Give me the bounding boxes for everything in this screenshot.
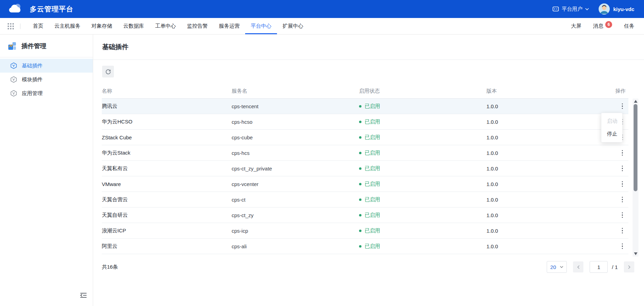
platform-user-menu[interactable]: 平台用户	[553, 6, 589, 12]
nav-tab-6[interactable]: 服务运营	[213, 18, 245, 34]
main-nav: 首页云主机服务对象存储云数据库工单中心监控告警服务运营平台中心扩展中心 大屏 消…	[0, 18, 644, 35]
status-label: 已启用	[365, 165, 380, 172]
cell-actions	[613, 179, 628, 189]
nav-messages-label: 消息	[593, 23, 603, 29]
chevron-down-icon	[585, 8, 589, 10]
nav-tab-2[interactable]: 对象存储	[86, 18, 118, 34]
table-header-row: 名称服务名启用状态版本操作	[102, 84, 628, 99]
cell-service: cps-ct_zy_private	[232, 166, 359, 171]
pagination: 20 / 1	[547, 261, 634, 273]
nav-divider	[20, 24, 20, 29]
cell-version: 1.0.0	[486, 197, 613, 203]
nav-tab-7[interactable]: 平台中心	[245, 18, 277, 34]
nav-tab-5[interactable]: 监控告警	[181, 18, 213, 34]
app-grid-icon[interactable]	[8, 23, 14, 29]
cell-service: cps-vcenter	[232, 181, 359, 187]
page-number-input[interactable]	[590, 261, 608, 273]
row-menu-item-1[interactable]: 停止	[601, 128, 622, 140]
scroll-thumb[interactable]	[634, 104, 637, 191]
column-header-1: 服务名	[232, 88, 359, 94]
table-row-9: 阿里云cps-ali已启用1.0.0	[102, 239, 628, 254]
table-scrollbar[interactable]	[633, 99, 638, 257]
status-label: 已启用	[365, 103, 380, 110]
hexagon-cube-icon	[10, 76, 17, 83]
nav-tasks[interactable]: 任务	[624, 23, 634, 29]
hexagon-cube-icon	[10, 90, 17, 97]
cell-status: 已启用	[359, 150, 486, 156]
row-actions-kebab-icon[interactable]	[619, 179, 626, 189]
content-layout: 插件管理 基础插件模块插件应用管理 基础插件	[0, 35, 644, 306]
sidebar-item-2[interactable]: 应用管理	[0, 86, 93, 100]
user-role-label: 平台用户	[562, 6, 582, 12]
status-label: 已启用	[365, 212, 380, 219]
cell-status: 已启用	[359, 103, 486, 110]
row-actions-kebab-icon[interactable]	[619, 210, 626, 220]
row-actions-kebab-icon[interactable]	[619, 101, 626, 111]
row-actions-kebab-icon[interactable]	[619, 148, 626, 158]
cell-status: 已启用	[359, 134, 486, 141]
status-dot-icon	[359, 167, 361, 170]
cell-version: 1.0.0	[486, 135, 613, 140]
refresh-button[interactable]	[102, 66, 114, 77]
status-dot-icon	[359, 136, 361, 139]
status-dot-icon	[359, 245, 361, 248]
table-row-8: 浪潮云ICPcps-icp已启用1.0.0	[102, 223, 628, 239]
next-page-button[interactable]	[624, 261, 634, 272]
sidebar-item-label: 模块插件	[22, 76, 43, 83]
avatar	[599, 3, 610, 15]
cell-version: 1.0.0	[486, 150, 613, 156]
cell-actions	[613, 195, 628, 205]
row-actions-kebab-icon[interactable]	[619, 164, 626, 174]
status-dot-icon	[359, 121, 361, 123]
username: kiyu-vdc	[613, 6, 634, 12]
table-row-4: 天翼私有云cps-ct_zy_private已启用1.0.0	[102, 161, 628, 176]
cell-status: 已启用	[359, 212, 486, 219]
scroll-up-arrow-icon[interactable]	[634, 100, 637, 103]
status-dot-icon	[359, 230, 361, 232]
cell-name: 天翼合营云	[102, 196, 232, 203]
cell-version: 1.0.0	[486, 243, 613, 249]
chevron-right-icon	[628, 265, 630, 269]
cell-version: 1.0.0	[486, 166, 613, 171]
status-dot-icon	[359, 183, 361, 185]
cell-name: 腾讯云	[102, 103, 232, 110]
row-menu-item-0[interactable]: 启动	[601, 115, 622, 128]
cell-status: 已启用	[359, 243, 486, 250]
cell-version: 1.0.0	[486, 181, 613, 187]
cell-version: 1.0.0	[486, 103, 613, 109]
cell-service: cps-ali	[232, 243, 359, 249]
page-size-select[interactable]: 20	[547, 261, 567, 273]
nav-tab-4[interactable]: 工单中心	[150, 18, 181, 34]
nav-tab-3[interactable]: 云数据库	[118, 18, 150, 34]
nav-messages[interactable]: 消息 6	[593, 23, 612, 30]
nav-tasks-label: 任务	[624, 23, 634, 29]
row-actions-menu: 启动停止	[601, 113, 623, 142]
status-label: 已启用	[365, 181, 380, 187]
row-actions-kebab-icon[interactable]	[619, 226, 626, 236]
nav-tab-0[interactable]: 首页	[27, 18, 49, 34]
row-actions-kebab-icon[interactable]	[619, 195, 626, 205]
sidebar-collapse-icon[interactable]	[80, 292, 87, 298]
prev-page-button[interactable]	[573, 261, 583, 272]
nav-bigscreen[interactable]: 大屏	[571, 23, 581, 29]
cell-actions	[613, 148, 628, 158]
sidebar-item-label: 应用管理	[22, 90, 43, 97]
sidebar-item-1[interactable]: 模块插件	[0, 73, 93, 86]
cell-status: 已启用	[359, 165, 486, 172]
cell-name: 浪潮云ICP	[102, 228, 232, 234]
top-header: 多云管理平台 平台用户	[0, 0, 644, 18]
status-dot-icon	[359, 214, 361, 216]
nav-tab-1[interactable]: 云主机服务	[49, 18, 86, 34]
app-title: 多云管理平台	[30, 4, 73, 14]
column-header-4: 操作	[613, 88, 628, 94]
cell-actions	[613, 241, 628, 251]
nav-tab-8[interactable]: 扩展中心	[277, 18, 309, 34]
cell-service: cps-ct_zy	[232, 212, 359, 218]
chevron-down-icon	[560, 266, 563, 268]
sidebar-item-0[interactable]: 基础插件	[0, 59, 93, 73]
row-actions-kebab-icon[interactable]	[619, 241, 626, 251]
scroll-down-arrow-icon[interactable]	[634, 252, 637, 255]
message-count-badge: 6	[605, 21, 612, 28]
cell-status: 已启用	[359, 228, 486, 234]
user-menu[interactable]: kiyu-vdc	[599, 3, 634, 15]
